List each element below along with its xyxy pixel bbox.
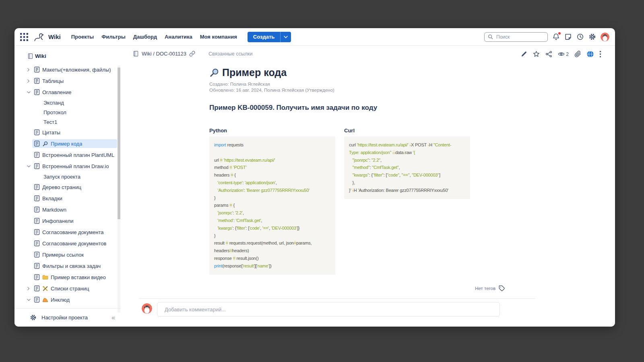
sidebar-item[interactable]: Фильтры и связка задач [14, 260, 121, 272]
sidebar-item[interactable]: Цитаты [14, 127, 121, 138]
app-window: Wiki ПроектыФильтрыДашбордАналитикаМоя к… [14, 28, 615, 327]
page-toolbar: 2 [520, 51, 606, 58]
sidebar-scrollbar[interactable] [118, 66, 120, 313]
sidebar-item[interactable]: Дерево страниц [14, 181, 121, 193]
sidebar-item[interactable]: Тест1 [14, 117, 121, 127]
chevron-down-icon[interactable] [27, 90, 32, 94]
sidebar-item[interactable]: Markdown [14, 204, 121, 215]
project-settings-label[interactable]: Настройки проекта [41, 315, 107, 321]
sidebar-item[interactable]: Инклюд [14, 294, 121, 305]
document-icon [34, 229, 40, 235]
sidebar-item[interactable]: Встроенный плагин PlantUML [14, 149, 121, 160]
code-line: }, [349, 179, 465, 187]
create-dropdown-button[interactable] [280, 32, 291, 42]
sidebar-collapse-icon[interactable]: « [111, 315, 115, 321]
sidebar-item[interactable]: Встроенный плагин Draw.io [14, 160, 121, 172]
sidebar-item[interactable]: Пример вставки видео [14, 272, 121, 283]
user-avatar[interactable] [601, 33, 609, 41]
sidebar: Wiki Макеты(+вложения, файлы)ТаблицыОгла… [14, 46, 121, 327]
sidebar-item[interactable]: Примеры ссылок [14, 249, 121, 260]
add-comment-input[interactable] [157, 302, 500, 317]
sidebar-item-body: Экспанд [42, 99, 117, 107]
edit-pencil-icon[interactable] [520, 51, 527, 58]
sidebar-item-body: Встроенный плагин PlantUML [32, 150, 117, 159]
breadcrumb-path[interactable]: Wiki / DOC-001123 [142, 51, 186, 57]
document-icon [34, 140, 40, 147]
sidebar-item[interactable]: Запуск проекта [14, 172, 121, 181]
sidebar-item-body: Протокол [42, 108, 117, 117]
tag-icon[interactable] [499, 285, 505, 292]
chevron-right-icon[interactable] [27, 68, 32, 72]
code-line: params = { [214, 202, 330, 209]
nav-item-4[interactable]: Моя компания [199, 32, 238, 41]
document-icon [34, 263, 40, 269]
history-icon[interactable] [576, 33, 584, 41]
sidebar-item[interactable]: Согласование документов [14, 238, 121, 249]
notification-dot [558, 32, 561, 35]
views-count: 2 [566, 51, 569, 57]
tags-row: Нет тегов [209, 285, 536, 292]
project-settings-gear-icon[interactable] [30, 314, 37, 321]
code-line [214, 149, 330, 156]
sidebar-item[interactable]: Оглавление [14, 86, 121, 98]
share-icon[interactable] [545, 51, 552, 58]
chevron-down-icon[interactable] [27, 298, 32, 302]
code-line: 'Authorization': 'Bearer gzz077755RRRIYx… [214, 187, 330, 194]
topbar-nav: ПроектыФильтрыДашбордАналитикаМоя компан… [70, 32, 238, 41]
views-counter[interactable]: 2 [558, 51, 569, 58]
code-column: Pythonimport requests url = 'https://tes… [209, 128, 335, 275]
nav-item-0[interactable]: Проекты [70, 32, 95, 41]
dino-logo-icon [33, 32, 44, 42]
sidebar-item-label: Согласование документов [42, 241, 106, 247]
nav-item-3[interactable]: Аналитика [164, 32, 193, 41]
sidebar-item-body: Вкладки [32, 194, 117, 203]
code-line: response = result.json() [214, 255, 330, 262]
create-button[interactable]: Создать [248, 32, 280, 42]
sidebar-item[interactable]: Экспанд [14, 98, 121, 107]
code-line: Type: application/json" --data-raw '{ [349, 149, 465, 156]
public-globe-icon[interactable] [587, 51, 594, 58]
related-links-tab[interactable]: Связанные ссылки [208, 51, 252, 57]
page-meta: Создано: Полина Яглейская Обновлено: 16 … [209, 81, 536, 93]
sidebar-item[interactable]: Списки страниц [14, 283, 121, 294]
chevron-right-icon[interactable] [27, 286, 32, 291]
sidebar-item-label: Экспанд [43, 100, 64, 106]
app-grid-icon[interactable] [20, 33, 28, 41]
document-icon [34, 195, 40, 202]
sidebar-item-label: Дерево страниц [42, 184, 81, 190]
attachment-paperclip-icon[interactable] [574, 51, 581, 58]
code-line: method = 'POST' [214, 164, 330, 171]
chevron-right-icon[interactable] [27, 79, 32, 83]
sidebar-item[interactable]: Таблицы [14, 75, 121, 86]
sidebar-item[interactable]: Согласование документа [14, 226, 121, 238]
sidebar-item-label: Markdown [42, 207, 66, 213]
sidebar-item[interactable]: Инфопанели [14, 215, 121, 226]
notes-icon[interactable] [564, 33, 572, 41]
document-icon [34, 78, 40, 84]
nav-item-1[interactable]: Фильтры [101, 32, 126, 41]
sidebar-item[interactable]: Макеты(+вложения, файлы) [14, 64, 121, 75]
sidebar-item[interactable]: Вкладки [14, 193, 121, 204]
sidebar-item[interactable]: Для вставки [14, 305, 121, 307]
code-line: import requests [214, 141, 330, 149]
sidebar-item[interactable]: Протокол [14, 107, 121, 117]
sidebar-item-body: Для вставки [42, 306, 117, 308]
desktop-background: Wiki ПроектыФильтрыДашбордАналитикаМоя к… [0, 0, 644, 362]
chevron-down-icon[interactable] [27, 165, 32, 168]
nav-item-2[interactable]: Дашборд [132, 32, 158, 41]
copy-link-icon[interactable] [189, 51, 195, 57]
gear-icon[interactable] [588, 33, 596, 41]
document-icon [34, 89, 40, 95]
sidebar-item-label: Инклюд [51, 297, 70, 303]
sidebar-item[interactable]: Пример кода [14, 138, 121, 149]
sidebar-scrollbar-thumb[interactable] [118, 68, 120, 219]
favorite-star-icon[interactable] [533, 51, 540, 58]
kebab-menu-icon[interactable] [599, 51, 606, 58]
search-input[interactable] [495, 34, 544, 40]
sidebar-item-body: Запуск проекта [42, 173, 117, 181]
sidebar-item-body: Тест1 [42, 118, 117, 126]
notifications-bell-icon[interactable] [552, 33, 560, 41]
code-block-label: Curl [344, 128, 470, 134]
sidebar-item-label: Встроенный плагин Draw.io [42, 163, 109, 169]
sidebar-item-body: Инклюд [32, 295, 117, 304]
